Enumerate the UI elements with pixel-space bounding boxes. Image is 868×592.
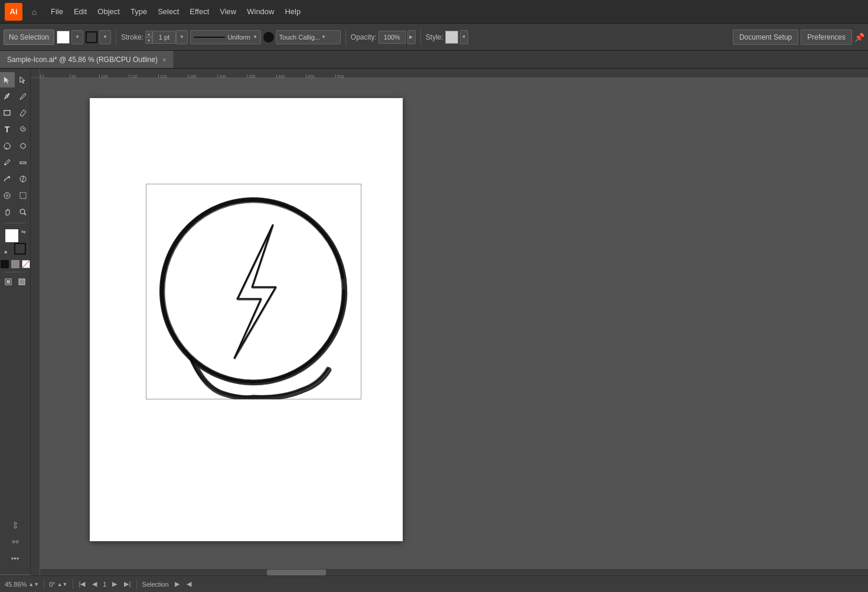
lasso-tool[interactable]	[0, 138, 15, 154]
hand-tool[interactable]	[0, 204, 15, 220]
menu-window[interactable]: Window	[242, 5, 279, 18]
svg-point-5	[4, 193, 10, 199]
color-tools: ⇆ ■	[2, 229, 28, 255]
selection-tool[interactable]	[0, 72, 15, 87]
svg-point-2	[4, 164, 5, 165]
stroke-stepper[interactable]: ▲ ▼	[145, 31, 152, 44]
last-page-btn[interactable]: ▶|	[123, 580, 132, 588]
document-setup-button[interactable]: Document Setup	[733, 30, 798, 45]
stroke-swatch-arrow: ▼	[103, 34, 107, 40]
artboard-tool[interactable]	[15, 188, 31, 203]
svg-point-12	[14, 522, 17, 525]
no-selection-button[interactable]: No Selection	[4, 30, 54, 45]
stroke-swatch[interactable]	[86, 31, 97, 43]
page-display: 1	[103, 581, 106, 588]
solid-color-btn[interactable]	[0, 259, 9, 269]
svg-point-14	[12, 541, 15, 543]
menu-file[interactable]: File	[46, 5, 68, 18]
tick-300: 300	[217, 74, 247, 78]
measure-tool[interactable]	[15, 155, 31, 170]
spiral-tool[interactable]	[15, 122, 31, 137]
more-tools-btn[interactable]: •••	[8, 551, 23, 566]
swap-colors-icon[interactable]: ⇆	[21, 229, 26, 235]
tab-bar: Sample-Icon.ai* @ 45.86 % (RGB/CPU Outli…	[0, 51, 868, 69]
direct-select-tool[interactable]	[15, 72, 31, 87]
fill-swatch[interactable]	[57, 31, 70, 44]
status-back-btn[interactable]: ◀	[185, 580, 192, 588]
pen-tool[interactable]	[0, 89, 15, 104]
brush-tool[interactable]	[15, 89, 31, 104]
brush-dropdown[interactable]: Touch Callig... ▼	[276, 30, 341, 44]
scale-tool[interactable]	[0, 171, 15, 187]
stroke-group: Stroke: ▲ ▼ ▼	[121, 30, 188, 44]
text-tool[interactable]: T	[0, 122, 15, 137]
tick-100: 100	[99, 74, 129, 78]
menu-select[interactable]: Select	[153, 5, 184, 18]
rectangle-tool[interactable]	[0, 105, 15, 121]
opacity-input[interactable]	[378, 31, 406, 44]
tool-sep1	[5, 223, 26, 223]
home-button[interactable]: ⌂	[26, 4, 43, 20]
fill-color-box[interactable]	[5, 229, 19, 243]
style-arrow: ▼	[462, 34, 466, 40]
placeholder-tool1[interactable]	[8, 518, 23, 533]
eyedropper-tool[interactable]	[0, 155, 15, 170]
stroke-value-input[interactable]	[152, 31, 176, 44]
ruler-h-ticks: 0 50 100 150 200 250 300 350 400 450 500	[40, 69, 868, 78]
scrollbar-horizontal[interactable]	[31, 568, 868, 575]
tab-close-button[interactable]: ×	[162, 56, 166, 63]
stroke-swatch-dropdown[interactable]: ▼	[99, 30, 111, 44]
style-swatch[interactable]	[445, 31, 458, 44]
menu-type[interactable]: Type	[126, 5, 152, 18]
svg-rect-10	[6, 280, 10, 284]
ruler-horizontal: 0 50 100 150 200 250 300 350 400 450 500	[40, 69, 868, 78]
canvas-area[interactable]: 0 50 100 150 200 250 300 350 400 450 500	[31, 69, 868, 574]
stroke-style-dropdown[interactable]: Uniform ▼	[190, 30, 261, 44]
stroke-color-box[interactable]	[14, 243, 26, 255]
gradient-btn[interactable]	[11, 259, 20, 269]
warp-tool[interactable]	[15, 171, 31, 187]
style-group: Style: ▼	[426, 30, 468, 44]
menu-effect[interactable]: Effect	[185, 5, 214, 18]
document-tab[interactable]: Sample-Icon.ai* @ 45.86 % (RGB/CPU Outli…	[0, 51, 174, 68]
svg-point-19	[162, 200, 344, 382]
eyedropper-tools	[0, 155, 31, 170]
pin-icon[interactable]: 📌	[854, 32, 864, 42]
stroke-unit-dropdown[interactable]: ▼	[176, 30, 188, 44]
tick-450: 450	[306, 74, 335, 78]
prev-page-btn[interactable]: ◀	[91, 580, 98, 588]
status-play-btn[interactable]: ▶	[174, 580, 181, 588]
symbol-tool[interactable]	[0, 188, 15, 203]
menu-view[interactable]: View	[215, 5, 241, 18]
next-page-btn[interactable]: ▶	[111, 580, 118, 588]
sep1	[116, 29, 116, 45]
placeholder-tool2[interactable]	[8, 534, 23, 549]
brush-group: Touch Callig... ▼	[263, 30, 341, 44]
zoom-arrows: ▲▼	[28, 581, 39, 587]
stroke-up[interactable]: ▲	[145, 31, 152, 37]
eraser-tool[interactable]	[15, 105, 31, 121]
menu-edit[interactable]: Edit	[69, 5, 92, 18]
zoom-tool[interactable]	[15, 204, 31, 220]
tick-500: 500	[335, 74, 365, 78]
default-colors-icon[interactable]: ■	[5, 249, 8, 255]
stroke-down[interactable]: ▼	[145, 37, 152, 44]
style-dropdown[interactable]: ▼	[460, 30, 468, 44]
opacity-dropdown[interactable]: ▶	[407, 30, 416, 44]
first-page-btn[interactable]: |◀	[78, 580, 87, 588]
none-btn[interactable]	[21, 259, 31, 269]
fill-dropdown[interactable]: ▼	[71, 30, 83, 44]
lightning-group	[234, 225, 276, 359]
tick-400: 400	[276, 74, 306, 78]
blob-tool[interactable]	[15, 138, 31, 154]
zoom-value: 45.86%	[5, 581, 27, 588]
scrollbar-thumb-h[interactable]	[267, 570, 326, 575]
stroke-outer-group: ▼	[86, 30, 111, 44]
outline-screen-btn[interactable]	[15, 275, 28, 288]
normal-screen-btn[interactable]	[2, 275, 15, 288]
ruler-corner	[31, 69, 40, 78]
preferences-button[interactable]: Preferences	[801, 30, 852, 45]
menu-help[interactable]: Help	[280, 5, 305, 18]
menu-object[interactable]: Object	[93, 5, 125, 18]
stroke-line-preview	[194, 37, 226, 38]
